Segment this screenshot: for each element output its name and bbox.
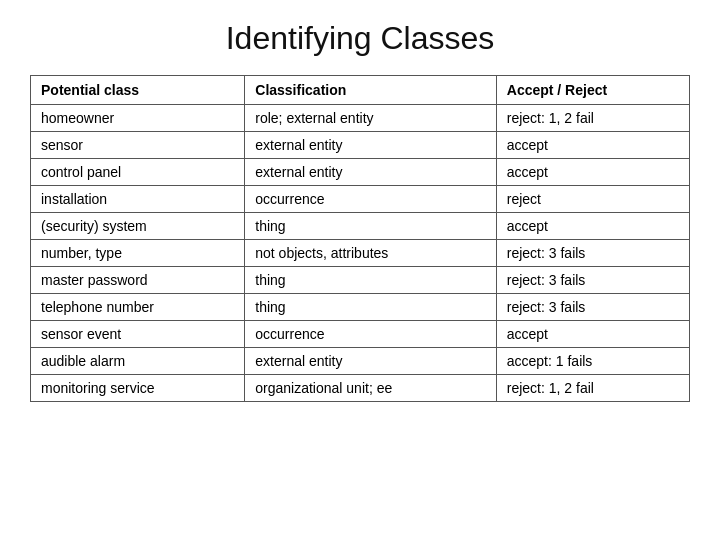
cell-9-2: accept: 1 fails <box>496 348 689 375</box>
cell-0-0: homeowner <box>31 105 245 132</box>
table-row: telephone numberthingreject: 3 fails <box>31 294 690 321</box>
cell-1-1: external entity <box>245 132 497 159</box>
cell-0-2: reject: 1, 2 fail <box>496 105 689 132</box>
cell-5-0: number, type <box>31 240 245 267</box>
cell-10-2: reject: 1, 2 fail <box>496 375 689 402</box>
cell-3-1: occurrence <box>245 186 497 213</box>
table-row: monitoring serviceorganizational unit; e… <box>31 375 690 402</box>
table-row: homeownerrole; external entityreject: 1,… <box>31 105 690 132</box>
cell-8-0: sensor event <box>31 321 245 348</box>
identifying-classes-table: Potential class Classification Accept / … <box>30 75 690 402</box>
page-title: Identifying Classes <box>226 20 495 57</box>
table-row: sensorexternal entityaccept <box>31 132 690 159</box>
header-classification: Classification <box>245 76 497 105</box>
cell-6-2: reject: 3 fails <box>496 267 689 294</box>
cell-6-1: thing <box>245 267 497 294</box>
cell-8-1: occurrence <box>245 321 497 348</box>
table-row: audible alarmexternal entityaccept: 1 fa… <box>31 348 690 375</box>
cell-1-2: accept <box>496 132 689 159</box>
cell-5-2: reject: 3 fails <box>496 240 689 267</box>
cell-7-0: telephone number <box>31 294 245 321</box>
cell-7-1: thing <box>245 294 497 321</box>
cell-0-1: role; external entity <box>245 105 497 132</box>
cell-5-1: not objects, attributes <box>245 240 497 267</box>
cell-3-0: installation <box>31 186 245 213</box>
table-row: installationoccurrencereject <box>31 186 690 213</box>
cell-6-0: master password <box>31 267 245 294</box>
cell-7-2: reject: 3 fails <box>496 294 689 321</box>
cell-4-0: (security) system <box>31 213 245 240</box>
table-row: master passwordthingreject: 3 fails <box>31 267 690 294</box>
cell-10-1: organizational unit; ee <box>245 375 497 402</box>
cell-9-1: external entity <box>245 348 497 375</box>
cell-4-1: thing <box>245 213 497 240</box>
cell-8-2: accept <box>496 321 689 348</box>
cell-2-0: control panel <box>31 159 245 186</box>
cell-2-1: external entity <box>245 159 497 186</box>
cell-1-0: sensor <box>31 132 245 159</box>
table-row: control panelexternal entityaccept <box>31 159 690 186</box>
table-row: number, typenot objects, attributesrejec… <box>31 240 690 267</box>
cell-10-0: monitoring service <box>31 375 245 402</box>
header-potential-class: Potential class <box>31 76 245 105</box>
cell-9-0: audible alarm <box>31 348 245 375</box>
header-accept-reject: Accept / Reject <box>496 76 689 105</box>
table-row: sensor eventoccurrenceaccept <box>31 321 690 348</box>
cell-2-2: accept <box>496 159 689 186</box>
cell-4-2: accept <box>496 213 689 240</box>
table-row: (security) systemthingaccept <box>31 213 690 240</box>
cell-3-2: reject <box>496 186 689 213</box>
